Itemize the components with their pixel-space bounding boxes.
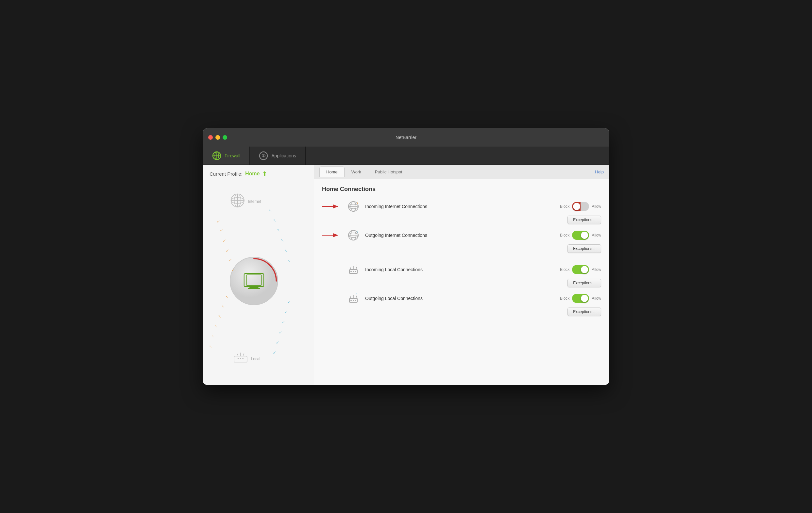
help-link[interactable]: Help	[595, 169, 604, 174]
outgoing-internet-block: ↑ Outgoing Internet Connections Block Al…	[322, 228, 601, 254]
incoming-local-toggle[interactable]	[572, 265, 589, 274]
outgoing-local-label: Outgoing Local Connections	[365, 296, 555, 301]
svg-line-74	[356, 296, 357, 298]
svg-text:↑: ↑	[276, 227, 281, 233]
incoming-local-label: Incoming Local Connections	[365, 267, 555, 272]
visualization-area: Internet Local	[203, 183, 314, 385]
toggle-knob	[581, 295, 588, 302]
connections-panel: Home Connections	[314, 179, 609, 385]
window-title: NetBarrier	[396, 135, 416, 140]
minimize-button[interactable]	[215, 135, 220, 140]
toggle-knob	[573, 203, 580, 210]
svg-text:↑: ↑	[286, 258, 291, 263]
svg-text:↓: ↓	[357, 201, 358, 205]
close-button[interactable]	[208, 135, 213, 140]
incoming-internet-controls: Block Allow	[560, 202, 601, 211]
incoming-local-exceptions-btn[interactable]: Exceptions...	[568, 279, 601, 287]
svg-rect-23	[250, 287, 258, 288]
allow-label-3: Allow	[592, 267, 601, 272]
svg-line-72	[350, 296, 351, 298]
tab-public-hotspot[interactable]: Public Hotspot	[368, 166, 409, 177]
svg-text:↓: ↓	[272, 350, 277, 355]
svg-text:↓: ↓	[287, 299, 292, 304]
toggle-knob	[581, 266, 588, 273]
svg-text:↑: ↑	[220, 304, 226, 309]
incoming-local-row: ↓ Incoming Local Connections Block Allow	[322, 262, 601, 277]
applications-tab-label: Applications	[271, 153, 296, 158]
svg-text:↑: ↑	[279, 238, 284, 243]
outgoing-local-toggle[interactable]	[572, 294, 589, 303]
tab-home[interactable]: Home	[319, 166, 345, 177]
svg-text:↓: ↓	[228, 257, 233, 262]
svg-text:↑: ↑	[217, 314, 222, 319]
incoming-internet-icon: ↓	[346, 199, 360, 214]
svg-text:↑: ↑	[283, 248, 288, 253]
incoming-local-icon: ↓	[346, 262, 360, 277]
svg-line-66	[356, 267, 357, 270]
outgoing-local-block: ↑ Outgoing Local Connections Block Allow	[322, 291, 601, 317]
svg-line-13	[237, 353, 238, 356]
outgoing-local-row: ↑ Outgoing Local Connections Block Allow	[322, 291, 601, 305]
incoming-internet-pointer	[322, 202, 342, 210]
maximize-button[interactable]	[223, 135, 227, 140]
svg-line-15	[243, 353, 244, 356]
titlebar: NetBarrier	[203, 128, 609, 146]
svg-text:Internet: Internet	[248, 199, 262, 204]
svg-text:↓: ↓	[216, 218, 221, 223]
svg-text:↓: ↓	[356, 264, 358, 267]
allow-label-1: Allow	[592, 204, 601, 209]
incoming-internet-toggle[interactable]	[572, 202, 589, 211]
profile-tabs: Home Work Public Hotspot Help	[314, 165, 609, 179]
left-panel: Current Profile: Home ⬆ Internet	[203, 165, 314, 385]
toolbar: Firewall ① Applications	[203, 146, 609, 165]
outgoing-internet-controls: Block Allow	[560, 231, 601, 240]
svg-text:↑: ↑	[267, 208, 272, 213]
svg-line-64	[350, 267, 351, 270]
outgoing-internet-pointer	[322, 231, 342, 239]
outgoing-internet-exceptions-btn[interactable]: Exceptions...	[568, 244, 601, 253]
outgoing-internet-label: Outgoing Internet Connections	[365, 233, 555, 238]
svg-text:↑: ↑	[357, 230, 358, 233]
svg-point-77	[355, 300, 356, 301]
block-label-2: Block	[560, 233, 570, 238]
svg-text:↑: ↑	[272, 218, 277, 223]
tab-work[interactable]: Work	[345, 166, 368, 177]
svg-text:①: ①	[262, 153, 266, 158]
outgoing-internet-row: ↑ Outgoing Internet Connections Block Al…	[322, 228, 601, 242]
right-panel: Home Work Public Hotspot Help Home Conne…	[314, 165, 609, 385]
toggle-knob	[581, 232, 588, 239]
svg-text:↑: ↑	[356, 293, 358, 296]
firewall-icon	[212, 151, 221, 160]
svg-point-68	[353, 271, 354, 272]
profile-dropdown-icon[interactable]: ⬆	[262, 170, 267, 177]
tab-applications[interactable]: ① Applications	[250, 146, 306, 165]
applications-icon: ①	[259, 151, 268, 160]
svg-text:↓: ↓	[275, 340, 280, 345]
outgoing-local-exceptions-btn[interactable]: Exceptions...	[568, 307, 601, 316]
incoming-internet-exceptions-btn[interactable]: Exceptions...	[568, 216, 601, 224]
current-profile-bar: Current Profile: Home ⬆	[203, 165, 314, 183]
outgoing-internet-exceptions-row: Exceptions...	[322, 242, 601, 254]
svg-point-18	[242, 358, 243, 359]
svg-point-69	[355, 271, 356, 272]
outgoing-internet-toggle[interactable]	[572, 231, 589, 240]
outgoing-local-icon: ↑	[346, 291, 360, 305]
incoming-local-block: ↓ Incoming Local Connections Block Allow	[322, 262, 601, 289]
svg-rect-24	[248, 288, 260, 289]
incoming-local-exceptions-row: Exceptions...	[322, 277, 601, 289]
svg-text:↓: ↓	[225, 248, 230, 253]
svg-text:↓: ↓	[284, 309, 289, 315]
viz-svg: Internet Local	[203, 183, 314, 385]
svg-text:Local: Local	[251, 357, 260, 361]
svg-text:↓: ↓	[281, 319, 286, 325]
incoming-internet-block: ↓ Incoming Internet Connections Block Al…	[322, 199, 601, 225]
connections-title: Home Connections	[322, 186, 601, 193]
window-controls	[208, 135, 227, 140]
tab-firewall[interactable]: Firewall	[203, 146, 250, 165]
incoming-internet-label: Incoming Internet Connections	[365, 204, 555, 209]
outgoing-local-controls: Block Allow	[560, 294, 601, 303]
block-label-4: Block	[560, 296, 570, 301]
block-label-3: Block	[560, 267, 570, 272]
outgoing-internet-icon: ↑	[346, 228, 360, 242]
outgoing-local-exceptions-row: Exceptions...	[322, 305, 601, 317]
